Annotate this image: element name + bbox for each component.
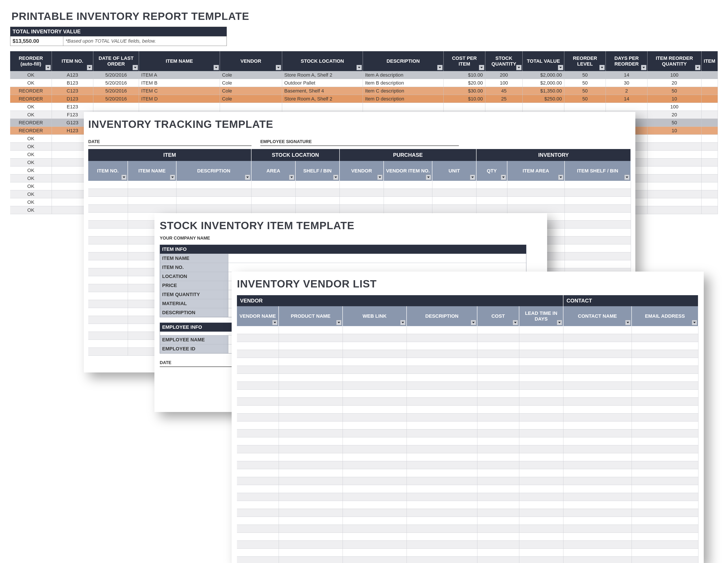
- filter-dropdown-icon[interactable]: [479, 65, 484, 70]
- column-header[interactable]: LEAD TIME IN DAYS: [519, 306, 563, 326]
- filter-dropdown-icon[interactable]: [692, 320, 697, 325]
- filter-dropdown-icon[interactable]: [289, 175, 294, 180]
- column-header[interactable]: CONTACT NAME: [563, 306, 632, 326]
- column-header[interactable]: STOCK QUANTITY: [485, 51, 523, 71]
- filter-dropdown-icon[interactable]: [471, 320, 476, 325]
- vendor-row[interactable]: [237, 406, 698, 414]
- filter-dropdown-icon[interactable]: [87, 65, 92, 70]
- tracking-row[interactable]: [88, 181, 631, 189]
- column-header[interactable]: ITEM NO.: [52, 51, 94, 71]
- filter-dropdown-icon[interactable]: [336, 320, 341, 325]
- stock-field-value[interactable]: [228, 254, 526, 263]
- filter-dropdown-icon[interactable]: [625, 320, 630, 325]
- vendor-row[interactable]: [237, 374, 698, 382]
- column-header[interactable]: DATE OF LAST ORDER: [93, 51, 139, 71]
- vendor-row[interactable]: [237, 461, 698, 469]
- vendor-row[interactable]: [237, 445, 698, 453]
- filter-dropdown-icon[interactable]: [170, 175, 175, 180]
- vendor-row[interactable]: [237, 398, 698, 406]
- column-header[interactable]: VENDOR: [340, 161, 384, 181]
- column-header[interactable]: STOCK LOCATION: [282, 51, 363, 71]
- column-header[interactable]: ITEM NO.: [88, 161, 128, 181]
- column-header[interactable]: COST PER ITEM: [444, 51, 485, 71]
- filter-dropdown-icon[interactable]: [377, 175, 383, 180]
- column-header[interactable]: SHELF / BIN: [296, 161, 340, 181]
- column-header[interactable]: ITEM SHELF / BIN: [565, 161, 631, 181]
- vendor-row[interactable]: [237, 390, 698, 398]
- tracking-row[interactable]: [88, 189, 631, 197]
- report-row[interactable]: OKB1235/20/2016ITEM BColeOutdoor PalletI…: [10, 79, 718, 87]
- column-header[interactable]: ITEM NAME: [128, 161, 176, 181]
- vendor-row[interactable]: [237, 493, 698, 501]
- column-header[interactable]: COST: [477, 306, 519, 326]
- vendor-row[interactable]: [237, 557, 698, 563]
- vendor-row[interactable]: [237, 326, 698, 334]
- vendor-row[interactable]: [237, 342, 698, 350]
- column-header[interactable]: ITEM NAME: [139, 51, 220, 71]
- vendor-row[interactable]: [237, 469, 698, 477]
- vendor-row[interactable]: [237, 453, 698, 461]
- filter-dropdown-icon[interactable]: [558, 175, 563, 180]
- filter-dropdown-icon[interactable]: [501, 175, 506, 180]
- tracking-row[interactable]: [88, 205, 631, 212]
- column-header[interactable]: TOTAL VALUE: [523, 51, 564, 71]
- vendor-row[interactable]: [237, 517, 698, 525]
- vendor-row[interactable]: [237, 358, 698, 366]
- vendor-row[interactable]: [237, 501, 698, 509]
- column-header[interactable]: ITEM REORDER QUANTITY: [647, 51, 702, 71]
- column-header[interactable]: ITEM AREA: [507, 161, 565, 181]
- vendor-row[interactable]: [237, 422, 698, 430]
- filter-dropdown-icon[interactable]: [513, 320, 518, 325]
- column-header[interactable]: DESCRIPTION: [176, 161, 251, 181]
- vendor-row[interactable]: [237, 414, 698, 422]
- vendor-row[interactable]: [237, 509, 698, 517]
- filter-dropdown-icon[interactable]: [437, 65, 443, 70]
- filter-dropdown-icon[interactable]: [45, 65, 51, 70]
- column-header[interactable]: VENDOR ITEM NO.: [384, 161, 432, 181]
- column-header[interactable]: AREA: [251, 161, 296, 181]
- tracking-row[interactable]: [88, 197, 631, 205]
- stock-field-value[interactable]: [228, 263, 526, 272]
- vendor-row[interactable]: [237, 525, 698, 533]
- column-header[interactable]: DESCRIPTION: [363, 51, 444, 71]
- filter-dropdown-icon[interactable]: [214, 65, 219, 70]
- filter-dropdown-icon[interactable]: [516, 65, 522, 70]
- report-row[interactable]: REORDERC1235/20/2016ITEM CColeBasement, …: [10, 87, 718, 95]
- column-header[interactable]: PRODUCT NAME: [279, 306, 343, 326]
- filter-dropdown-icon[interactable]: [695, 65, 700, 70]
- column-header[interactable]: VENDOR NAME: [237, 306, 279, 326]
- vendor-row[interactable]: [237, 350, 698, 358]
- column-header[interactable]: UNIT: [432, 161, 477, 181]
- filter-dropdown-icon[interactable]: [426, 175, 431, 180]
- vendor-row[interactable]: [237, 334, 698, 342]
- filter-dropdown-icon[interactable]: [356, 65, 362, 70]
- vendor-row[interactable]: [237, 549, 698, 557]
- filter-dropdown-icon[interactable]: [333, 175, 338, 180]
- vendor-row[interactable]: [237, 437, 698, 445]
- column-header[interactable]: VENDOR: [220, 51, 282, 71]
- column-header[interactable]: QTY: [477, 161, 507, 181]
- filter-dropdown-icon[interactable]: [641, 65, 646, 70]
- column-header[interactable]: REORDER (auto-fill): [10, 51, 52, 71]
- column-header[interactable]: DESCRIPTION: [407, 306, 477, 326]
- column-header[interactable]: REORDER LEVEL: [564, 51, 606, 71]
- column-header[interactable]: DAYS PER REORDER: [606, 51, 647, 71]
- vendor-row[interactable]: [237, 477, 698, 485]
- vendor-row[interactable]: [237, 485, 698, 493]
- filter-dropdown-icon[interactable]: [121, 175, 127, 180]
- vendor-row[interactable]: [237, 366, 698, 374]
- filter-dropdown-icon[interactable]: [599, 65, 605, 70]
- filter-dropdown-icon[interactable]: [133, 65, 138, 70]
- column-header[interactable]: EMAIL ADDRESS: [632, 306, 698, 326]
- report-row[interactable]: OKA1235/20/2016ITEM AColeStore Room A, S…: [10, 71, 718, 79]
- column-header[interactable]: WEB LINK: [343, 306, 407, 326]
- filter-dropdown-icon[interactable]: [557, 320, 562, 325]
- filter-dropdown-icon[interactable]: [470, 175, 475, 180]
- report-row[interactable]: OKE123100: [10, 103, 718, 111]
- filter-dropdown-icon[interactable]: [558, 65, 563, 70]
- report-row[interactable]: REORDERD1235/20/2016ITEM DColeStore Room…: [10, 95, 718, 103]
- filter-dropdown-icon[interactable]: [624, 175, 630, 180]
- filter-dropdown-icon[interactable]: [400, 320, 405, 325]
- vendor-row[interactable]: [237, 382, 698, 390]
- vendor-row[interactable]: [237, 541, 698, 549]
